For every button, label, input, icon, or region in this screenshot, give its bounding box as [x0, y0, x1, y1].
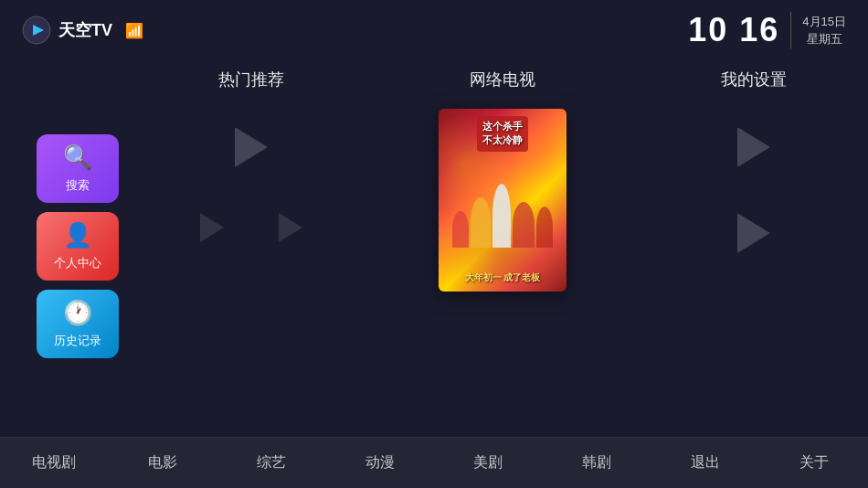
- poster-title-1: 这个杀手: [482, 120, 523, 133]
- movie-poster[interactable]: 这个杀手 不太冷静 大年初一 成: [439, 109, 566, 292]
- clock: 10 16: [688, 11, 779, 49]
- time-divider: [790, 12, 791, 48]
- columns-area: 热门推荐 网络电视 这个杀手 不太冷静: [137, 59, 868, 433]
- profile-label: 个人中心: [54, 255, 101, 271]
- settings-play-btn-2[interactable]: [737, 213, 770, 253]
- nav-kr-drama[interactable]: 韩剧: [543, 444, 651, 482]
- nav-exit[interactable]: 退出: [651, 444, 760, 482]
- history-button[interactable]: 🕐 历史记录: [37, 290, 119, 358]
- wifi-icon: 📶: [125, 22, 143, 39]
- search-label: 搜索: [66, 177, 90, 194]
- history-icon: 🕐: [63, 299, 92, 327]
- settings-play-btn-1[interactable]: [737, 127, 770, 167]
- settings-title: 我的设置: [721, 69, 787, 90]
- search-button[interactable]: 🔍 搜索: [37, 134, 119, 203]
- date-display: 4月15日 星期五: [802, 13, 846, 48]
- nav-variety[interactable]: 综艺: [217, 444, 326, 482]
- nav-movie[interactable]: 电影: [109, 444, 217, 482]
- logo-area: 天空TV 📶: [22, 16, 143, 45]
- nav-tv-drama[interactable]: 电视剧: [0, 444, 109, 482]
- bottom-nav: 电视剧 电影 综艺 动漫 美剧 韩剧 退出 关于: [0, 437, 868, 488]
- hot-play-btn-3[interactable]: [279, 213, 302, 242]
- nav-about[interactable]: 关于: [759, 444, 868, 482]
- app-name: 天空TV: [58, 19, 112, 41]
- network-column: 网络电视 这个杀手 不太冷静: [365, 59, 640, 433]
- settings-column: 我的设置: [640, 59, 868, 433]
- hot-column: 热门推荐: [137, 59, 365, 433]
- main-content: 🔍 搜索 👤 个人中心 🕐 历史记录 热门推荐 网络电视: [0, 59, 868, 433]
- nav-anime[interactable]: 动漫: [325, 444, 434, 482]
- time-area: 10 16 4月15日 星期五: [688, 11, 846, 49]
- app-logo-icon: [22, 16, 51, 45]
- date-line2: 星期五: [807, 30, 842, 48]
- nav-us-drama[interactable]: 美剧: [434, 444, 543, 482]
- sidebar: 🔍 搜索 👤 个人中心 🕐 历史记录: [0, 59, 137, 433]
- poster-overlay: 这个杀手 不太冷静 大年初一 成: [439, 109, 566, 292]
- date-line1: 4月15日: [802, 13, 846, 31]
- profile-button[interactable]: 👤 个人中心: [37, 212, 119, 281]
- poster-title-2: 不太冷静: [482, 133, 523, 147]
- hot-play-btn-1[interactable]: [235, 127, 268, 167]
- hot-title: 热门推荐: [218, 69, 284, 90]
- search-icon: 🔍: [63, 143, 92, 172]
- poster-bottom: 大年初一 成了老板: [446, 271, 559, 284]
- profile-icon: 👤: [63, 221, 92, 249]
- history-label: 历史记录: [54, 333, 101, 349]
- hot-play-btn-2[interactable]: [200, 213, 224, 242]
- header: 天空TV 📶 10 16 4月15日 星期五: [0, 0, 868, 60]
- network-title: 网络电视: [470, 69, 535, 90]
